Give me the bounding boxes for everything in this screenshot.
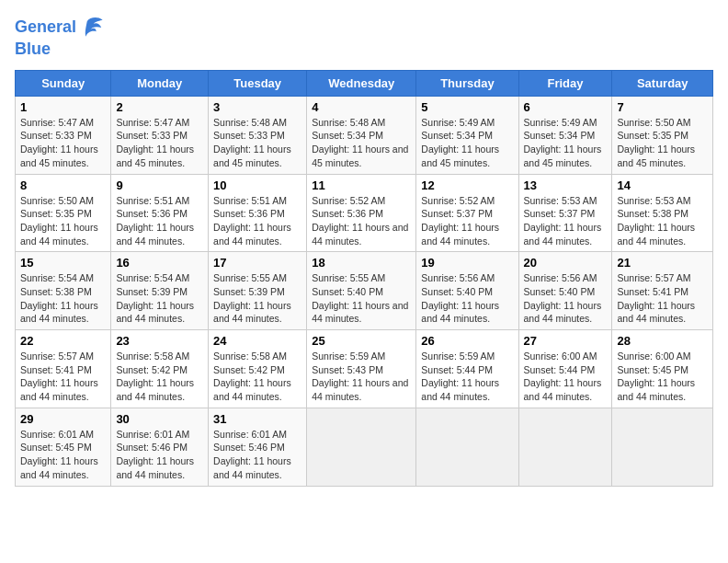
calendar-cell: 19Sunrise: 5:56 AMSunset: 5:40 PMDayligh… xyxy=(416,252,518,330)
day-detail: Sunrise: 5:50 AMSunset: 5:35 PMDaylight:… xyxy=(617,116,708,170)
calendar-cell: 1Sunrise: 5:47 AMSunset: 5:33 PMDaylight… xyxy=(16,96,111,174)
logo-blue: Blue xyxy=(15,40,51,59)
logo-general: General xyxy=(15,18,76,37)
day-number: 29 xyxy=(20,412,106,426)
day-number: 19 xyxy=(421,256,513,270)
day-header-saturday: Saturday xyxy=(612,70,713,96)
calendar-cell: 18Sunrise: 5:55 AMSunset: 5:40 PMDayligh… xyxy=(307,252,416,330)
calendar-cell: 17Sunrise: 5:55 AMSunset: 5:39 PMDayligh… xyxy=(209,252,307,330)
day-detail: Sunrise: 5:58 AMSunset: 5:42 PMDaylight:… xyxy=(213,350,301,404)
day-header-wednesday: Wednesday xyxy=(307,70,416,96)
calendar-cell: 16Sunrise: 5:54 AMSunset: 5:39 PMDayligh… xyxy=(111,252,209,330)
logo-bird-icon xyxy=(78,15,104,40)
calendar-body: 1Sunrise: 5:47 AMSunset: 5:33 PMDaylight… xyxy=(16,96,713,486)
day-number: 13 xyxy=(524,178,608,192)
calendar-cell: 9Sunrise: 5:51 AMSunset: 5:36 PMDaylight… xyxy=(111,174,209,252)
day-detail: Sunrise: 5:57 AMSunset: 5:41 PMDaylight:… xyxy=(20,350,106,404)
day-detail: Sunrise: 5:47 AMSunset: 5:33 PMDaylight:… xyxy=(116,116,203,170)
logo: General Blue xyxy=(15,15,104,59)
calendar-cell xyxy=(518,408,612,486)
calendar-cell: 12Sunrise: 5:52 AMSunset: 5:37 PMDayligh… xyxy=(416,174,518,252)
day-number: 15 xyxy=(20,256,106,270)
day-header-tuesday: Tuesday xyxy=(209,70,307,96)
week-row-2: 8Sunrise: 5:50 AMSunset: 5:35 PMDaylight… xyxy=(16,174,713,252)
day-number: 16 xyxy=(116,256,203,270)
calendar-cell: 10Sunrise: 5:51 AMSunset: 5:36 PMDayligh… xyxy=(209,174,307,252)
week-row-1: 1Sunrise: 5:47 AMSunset: 5:33 PMDaylight… xyxy=(16,96,713,174)
calendar-cell: 5Sunrise: 5:49 AMSunset: 5:34 PMDaylight… xyxy=(416,96,518,174)
day-number: 6 xyxy=(524,100,608,114)
day-number: 22 xyxy=(20,334,106,348)
day-detail: Sunrise: 6:00 AMSunset: 5:45 PMDaylight:… xyxy=(617,350,708,404)
day-detail: Sunrise: 5:55 AMSunset: 5:39 PMDaylight:… xyxy=(213,271,301,326)
calendar-cell xyxy=(307,408,416,486)
calendar-cell: 20Sunrise: 5:56 AMSunset: 5:40 PMDayligh… xyxy=(518,252,612,330)
day-number: 4 xyxy=(312,100,411,114)
day-detail: Sunrise: 6:01 AMSunset: 5:46 PMDaylight:… xyxy=(213,428,301,482)
calendar-cell: 22Sunrise: 5:57 AMSunset: 5:41 PMDayligh… xyxy=(16,330,111,408)
calendar-cell: 28Sunrise: 6:00 AMSunset: 5:45 PMDayligh… xyxy=(612,330,713,408)
day-number: 12 xyxy=(421,178,513,192)
day-number: 2 xyxy=(116,100,203,114)
calendar-cell: 31Sunrise: 6:01 AMSunset: 5:46 PMDayligh… xyxy=(209,408,307,486)
day-detail: Sunrise: 5:52 AMSunset: 5:36 PMDaylight:… xyxy=(312,194,411,248)
day-detail: Sunrise: 5:48 AMSunset: 5:34 PMDaylight:… xyxy=(312,116,411,170)
day-detail: Sunrise: 6:01 AMSunset: 5:45 PMDaylight:… xyxy=(20,428,106,482)
calendar-cell: 13Sunrise: 5:53 AMSunset: 5:37 PMDayligh… xyxy=(518,174,612,252)
week-row-5: 29Sunrise: 6:01 AMSunset: 5:45 PMDayligh… xyxy=(16,408,713,486)
day-detail: Sunrise: 5:49 AMSunset: 5:34 PMDaylight:… xyxy=(524,116,608,170)
day-number: 5 xyxy=(421,100,513,114)
day-number: 21 xyxy=(617,256,708,270)
day-header-monday: Monday xyxy=(111,70,209,96)
day-number: 17 xyxy=(213,256,301,270)
day-detail: Sunrise: 5:54 AMSunset: 5:38 PMDaylight:… xyxy=(20,271,106,326)
day-detail: Sunrise: 5:54 AMSunset: 5:39 PMDaylight:… xyxy=(116,271,203,326)
day-header-thursday: Thursday xyxy=(416,70,518,96)
calendar-cell: 8Sunrise: 5:50 AMSunset: 5:35 PMDaylight… xyxy=(16,174,111,252)
day-detail: Sunrise: 5:50 AMSunset: 5:35 PMDaylight:… xyxy=(20,194,106,248)
day-detail: Sunrise: 5:59 AMSunset: 5:43 PMDaylight:… xyxy=(312,350,411,404)
calendar-cell: 29Sunrise: 6:01 AMSunset: 5:45 PMDayligh… xyxy=(16,408,111,486)
calendar-cell xyxy=(612,408,713,486)
day-detail: Sunrise: 6:01 AMSunset: 5:46 PMDaylight:… xyxy=(116,428,203,482)
day-detail: Sunrise: 5:49 AMSunset: 5:34 PMDaylight:… xyxy=(421,116,513,170)
day-number: 10 xyxy=(213,178,301,192)
week-row-3: 15Sunrise: 5:54 AMSunset: 5:38 PMDayligh… xyxy=(16,252,713,330)
day-number: 7 xyxy=(617,100,708,114)
day-detail: Sunrise: 5:57 AMSunset: 5:41 PMDaylight:… xyxy=(617,271,708,326)
day-detail: Sunrise: 5:56 AMSunset: 5:40 PMDaylight:… xyxy=(421,271,513,326)
day-number: 14 xyxy=(617,178,708,192)
day-number: 9 xyxy=(116,178,203,192)
day-detail: Sunrise: 5:47 AMSunset: 5:33 PMDaylight:… xyxy=(20,116,106,170)
day-number: 31 xyxy=(213,412,301,426)
calendar-cell: 3Sunrise: 5:48 AMSunset: 5:33 PMDaylight… xyxy=(209,96,307,174)
day-number: 27 xyxy=(524,334,608,348)
day-detail: Sunrise: 5:51 AMSunset: 5:36 PMDaylight:… xyxy=(116,194,203,248)
day-number: 26 xyxy=(421,334,513,348)
calendar-cell: 7Sunrise: 5:50 AMSunset: 5:35 PMDaylight… xyxy=(612,96,713,174)
day-number: 8 xyxy=(20,178,106,192)
calendar-cell: 21Sunrise: 5:57 AMSunset: 5:41 PMDayligh… xyxy=(612,252,713,330)
day-number: 28 xyxy=(617,334,708,348)
day-number: 30 xyxy=(116,412,203,426)
calendar-cell: 2Sunrise: 5:47 AMSunset: 5:33 PMDaylight… xyxy=(111,96,209,174)
calendar-cell: 4Sunrise: 5:48 AMSunset: 5:34 PMDaylight… xyxy=(307,96,416,174)
day-detail: Sunrise: 5:56 AMSunset: 5:40 PMDaylight:… xyxy=(524,271,608,326)
day-detail: Sunrise: 5:53 AMSunset: 5:38 PMDaylight:… xyxy=(617,194,708,248)
calendar-cell: 25Sunrise: 5:59 AMSunset: 5:43 PMDayligh… xyxy=(307,330,416,408)
calendar-table: SundayMondayTuesdayWednesdayThursdayFrid… xyxy=(15,70,713,487)
calendar-cell: 11Sunrise: 5:52 AMSunset: 5:36 PMDayligh… xyxy=(307,174,416,252)
day-detail: Sunrise: 6:00 AMSunset: 5:44 PMDaylight:… xyxy=(524,350,608,404)
day-number: 20 xyxy=(524,256,608,270)
day-detail: Sunrise: 5:59 AMSunset: 5:44 PMDaylight:… xyxy=(421,350,513,404)
calendar-cell: 26Sunrise: 5:59 AMSunset: 5:44 PMDayligh… xyxy=(416,330,518,408)
calendar-cell: 6Sunrise: 5:49 AMSunset: 5:34 PMDaylight… xyxy=(518,96,612,174)
days-header-row: SundayMondayTuesdayWednesdayThursdayFrid… xyxy=(16,70,713,96)
day-number: 24 xyxy=(213,334,301,348)
day-header-friday: Friday xyxy=(518,70,612,96)
calendar-cell xyxy=(416,408,518,486)
day-number: 1 xyxy=(20,100,106,114)
day-number: 23 xyxy=(116,334,203,348)
day-detail: Sunrise: 5:58 AMSunset: 5:42 PMDaylight:… xyxy=(116,350,203,404)
day-detail: Sunrise: 5:52 AMSunset: 5:37 PMDaylight:… xyxy=(421,194,513,248)
